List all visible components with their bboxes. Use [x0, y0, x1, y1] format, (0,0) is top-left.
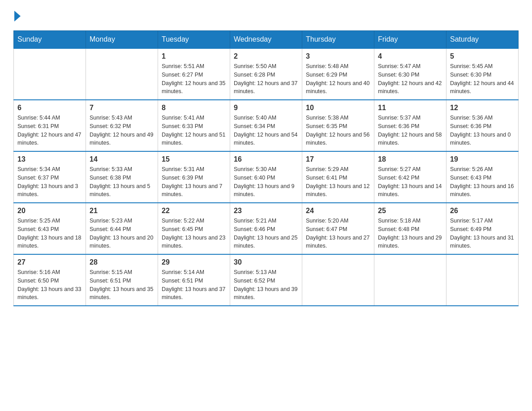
calendar-cell [302, 254, 374, 306]
day-info: Sunrise: 5:14 AMSunset: 6:51 PMDaylight:… [162, 268, 226, 302]
day-number: 7 [90, 104, 154, 112]
calendar-cell: 27Sunrise: 5:16 AMSunset: 6:50 PMDayligh… [14, 254, 86, 306]
day-number: 13 [17, 155, 82, 163]
weekday-header-wednesday: Wednesday [230, 31, 302, 49]
day-info: Sunrise: 5:45 AMSunset: 6:30 PMDaylight:… [450, 62, 515, 96]
weekday-header-monday: Monday [86, 31, 158, 49]
calendar-cell: 16Sunrise: 5:30 AMSunset: 6:40 PMDayligh… [230, 151, 302, 203]
calendar-cell: 9Sunrise: 5:40 AMSunset: 6:34 PMDaylight… [230, 100, 302, 151]
day-number: 2 [234, 52, 298, 60]
calendar-cell: 4Sunrise: 5:47 AMSunset: 6:30 PMDaylight… [374, 48, 446, 100]
day-info: Sunrise: 5:18 AMSunset: 6:48 PMDaylight:… [378, 217, 442, 250]
calendar-cell: 13Sunrise: 5:34 AMSunset: 6:37 PMDayligh… [14, 151, 86, 203]
weekday-header-sunday: Sunday [14, 31, 86, 49]
day-number: 30 [234, 258, 298, 266]
day-info: Sunrise: 5:25 AMSunset: 6:43 PMDaylight:… [17, 217, 82, 250]
day-info: Sunrise: 5:16 AMSunset: 6:50 PMDaylight:… [17, 268, 82, 302]
calendar-cell: 17Sunrise: 5:29 AMSunset: 6:41 PMDayligh… [302, 151, 374, 203]
day-number: 25 [378, 207, 442, 215]
calendar-cell: 12Sunrise: 5:36 AMSunset: 6:36 PMDayligh… [446, 100, 519, 151]
day-info: Sunrise: 5:27 AMSunset: 6:42 PMDaylight:… [378, 165, 442, 199]
calendar-cell: 21Sunrise: 5:23 AMSunset: 6:44 PMDayligh… [86, 203, 158, 254]
day-number: 14 [90, 155, 154, 163]
calendar-cell: 11Sunrise: 5:37 AMSunset: 6:36 PMDayligh… [374, 100, 446, 151]
day-number: 6 [17, 104, 82, 112]
calendar-cell: 25Sunrise: 5:18 AMSunset: 6:48 PMDayligh… [374, 203, 446, 254]
day-info: Sunrise: 5:43 AMSunset: 6:32 PMDaylight:… [90, 114, 154, 147]
logo-arrow-icon [14, 11, 21, 21]
calendar-week-1: 1Sunrise: 5:51 AMSunset: 6:27 PMDaylight… [14, 48, 519, 100]
day-info: Sunrise: 5:13 AMSunset: 6:52 PMDaylight:… [234, 268, 298, 302]
day-number: 29 [162, 258, 226, 266]
day-info: Sunrise: 5:31 AMSunset: 6:39 PMDaylight:… [162, 165, 226, 199]
day-number: 21 [90, 207, 154, 215]
day-number: 9 [234, 104, 298, 112]
day-number: 4 [378, 52, 442, 60]
calendar-week-5: 27Sunrise: 5:16 AMSunset: 6:50 PMDayligh… [14, 254, 519, 306]
day-info: Sunrise: 5:51 AMSunset: 6:27 PMDaylight:… [162, 62, 226, 96]
day-info: Sunrise: 5:38 AMSunset: 6:35 PMDaylight:… [306, 114, 370, 147]
calendar-cell: 28Sunrise: 5:15 AMSunset: 6:51 PMDayligh… [86, 254, 158, 306]
calendar-week-3: 13Sunrise: 5:34 AMSunset: 6:37 PMDayligh… [14, 151, 519, 203]
day-info: Sunrise: 5:29 AMSunset: 6:41 PMDaylight:… [306, 165, 370, 199]
day-number: 22 [162, 207, 226, 215]
weekday-header-thursday: Thursday [302, 31, 374, 49]
day-number: 1 [162, 52, 226, 60]
day-info: Sunrise: 5:23 AMSunset: 6:44 PMDaylight:… [90, 217, 154, 250]
calendar-cell [14, 48, 86, 100]
calendar-cell: 10Sunrise: 5:38 AMSunset: 6:35 PMDayligh… [302, 100, 374, 151]
day-number: 10 [306, 104, 370, 112]
day-info: Sunrise: 5:47 AMSunset: 6:30 PMDaylight:… [378, 62, 442, 96]
day-number: 3 [306, 52, 370, 60]
calendar-cell: 18Sunrise: 5:27 AMSunset: 6:42 PMDayligh… [374, 151, 446, 203]
day-info: Sunrise: 5:36 AMSunset: 6:36 PMDaylight:… [450, 114, 515, 147]
day-number: 28 [90, 258, 154, 266]
calendar-cell: 20Sunrise: 5:25 AMSunset: 6:43 PMDayligh… [14, 203, 86, 254]
weekday-header-row: SundayMondayTuesdayWednesdayThursdayFrid… [14, 31, 519, 49]
day-info: Sunrise: 5:21 AMSunset: 6:46 PMDaylight:… [234, 217, 298, 250]
calendar-week-4: 20Sunrise: 5:25 AMSunset: 6:43 PMDayligh… [14, 203, 519, 254]
day-number: 8 [162, 104, 226, 112]
calendar-cell: 29Sunrise: 5:14 AMSunset: 6:51 PMDayligh… [158, 254, 230, 306]
day-number: 18 [378, 155, 442, 163]
day-number: 27 [17, 258, 82, 266]
calendar-cell: 26Sunrise: 5:17 AMSunset: 6:49 PMDayligh… [446, 203, 519, 254]
calendar-cell: 22Sunrise: 5:22 AMSunset: 6:45 PMDayligh… [158, 203, 230, 254]
calendar-cell: 14Sunrise: 5:33 AMSunset: 6:38 PMDayligh… [86, 151, 158, 203]
day-number: 12 [450, 104, 515, 112]
calendar-table: SundayMondayTuesdayWednesdayThursdayFrid… [13, 30, 519, 306]
calendar-week-2: 6Sunrise: 5:44 AMSunset: 6:31 PMDaylight… [14, 100, 519, 151]
day-info: Sunrise: 5:17 AMSunset: 6:49 PMDaylight:… [450, 217, 515, 250]
calendar-cell: 2Sunrise: 5:50 AMSunset: 6:28 PMDaylight… [230, 48, 302, 100]
calendar-cell: 5Sunrise: 5:45 AMSunset: 6:30 PMDaylight… [446, 48, 519, 100]
day-info: Sunrise: 5:20 AMSunset: 6:47 PMDaylight:… [306, 217, 370, 250]
calendar-cell: 3Sunrise: 5:48 AMSunset: 6:29 PMDaylight… [302, 48, 374, 100]
calendar-cell: 1Sunrise: 5:51 AMSunset: 6:27 PMDaylight… [158, 48, 230, 100]
calendar-cell: 6Sunrise: 5:44 AMSunset: 6:31 PMDaylight… [14, 100, 86, 151]
day-info: Sunrise: 5:44 AMSunset: 6:31 PMDaylight:… [17, 114, 82, 147]
day-info: Sunrise: 5:41 AMSunset: 6:33 PMDaylight:… [162, 114, 226, 147]
weekday-header-tuesday: Tuesday [158, 31, 230, 49]
calendar-cell: 15Sunrise: 5:31 AMSunset: 6:39 PMDayligh… [158, 151, 230, 203]
day-info: Sunrise: 5:34 AMSunset: 6:37 PMDaylight:… [17, 165, 82, 199]
day-number: 20 [17, 207, 82, 215]
day-number: 11 [378, 104, 442, 112]
calendar-cell: 19Sunrise: 5:26 AMSunset: 6:43 PMDayligh… [446, 151, 519, 203]
calendar-cell [446, 254, 519, 306]
day-number: 17 [306, 155, 370, 163]
page-header [13, 9, 519, 21]
calendar-cell: 30Sunrise: 5:13 AMSunset: 6:52 PMDayligh… [230, 254, 302, 306]
calendar-cell [374, 254, 446, 306]
calendar-cell [86, 48, 158, 100]
day-info: Sunrise: 5:48 AMSunset: 6:29 PMDaylight:… [306, 62, 370, 96]
day-number: 16 [234, 155, 298, 163]
logo [13, 9, 21, 21]
day-number: 19 [450, 155, 515, 163]
day-info: Sunrise: 5:37 AMSunset: 6:36 PMDaylight:… [378, 114, 442, 147]
weekday-header-saturday: Saturday [446, 31, 519, 49]
day-info: Sunrise: 5:33 AMSunset: 6:38 PMDaylight:… [90, 165, 154, 199]
weekday-header-friday: Friday [374, 31, 446, 49]
day-number: 23 [234, 207, 298, 215]
day-info: Sunrise: 5:50 AMSunset: 6:28 PMDaylight:… [234, 62, 298, 96]
day-number: 15 [162, 155, 226, 163]
